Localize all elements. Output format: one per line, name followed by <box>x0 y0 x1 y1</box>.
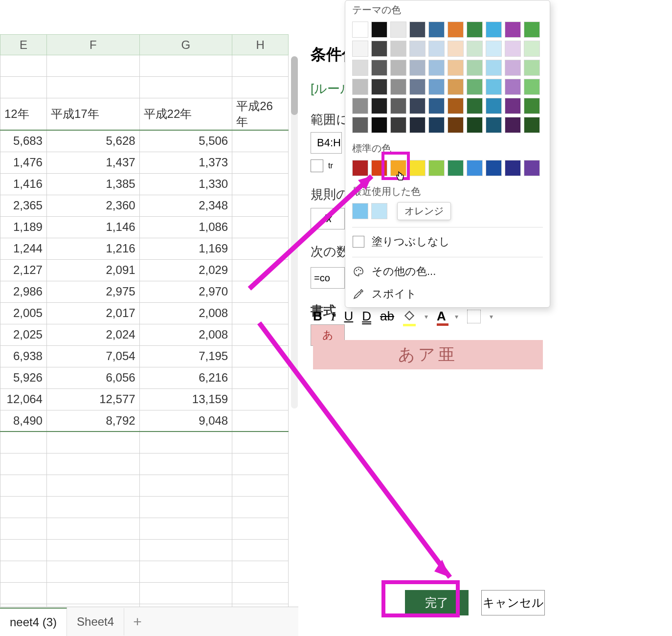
data-cell[interactable] <box>232 216 289 238</box>
data-cell[interactable]: 1,169 <box>139 238 232 259</box>
color-swatch[interactable] <box>371 117 387 133</box>
data-cell[interactable]: 2,008 <box>139 302 232 324</box>
color-swatch[interactable] <box>467 160 483 176</box>
color-swatch[interactable] <box>448 160 464 176</box>
color-swatch[interactable] <box>371 98 387 114</box>
color-swatch[interactable] <box>524 22 540 38</box>
data-cell[interactable]: 1,189 <box>0 216 47 238</box>
color-swatch[interactable] <box>448 79 464 95</box>
data-cell[interactable]: 2,091 <box>46 259 139 281</box>
color-swatch[interactable] <box>371 160 387 176</box>
color-swatch[interactable] <box>467 98 483 114</box>
color-swatch[interactable] <box>409 79 426 95</box>
color-swatch[interactable] <box>371 79 387 95</box>
data-cell[interactable]: 6,938 <box>0 345 47 367</box>
color-swatch[interactable] <box>409 98 426 114</box>
data-cell[interactable]: 2,127 <box>0 259 47 281</box>
data-cell[interactable]: 5,506 <box>139 130 232 152</box>
data-cell[interactable]: 2,005 <box>0 302 47 324</box>
data-cell[interactable]: 2,029 <box>139 259 232 281</box>
data-cell[interactable]: 2,986 <box>0 281 47 302</box>
data-cell[interactable]: 1,330 <box>139 173 232 195</box>
color-swatch[interactable] <box>352 79 368 95</box>
data-cell[interactable]: 1,244 <box>0 238 47 259</box>
fill-color-button[interactable] <box>403 308 416 324</box>
color-swatch[interactable] <box>352 117 368 133</box>
data-cell[interactable]: 1,216 <box>46 238 139 259</box>
data-cell[interactable] <box>232 345 289 367</box>
color-swatch[interactable] <box>505 60 521 76</box>
vertical-scrollbar-thumb[interactable] <box>291 56 298 115</box>
done-button[interactable]: 完了 <box>405 590 469 615</box>
color-swatch[interactable] <box>524 117 540 133</box>
color-swatch[interactable] <box>486 117 502 133</box>
color-swatch[interactable] <box>390 117 406 133</box>
bold-button[interactable]: B <box>313 309 322 324</box>
data-cell[interactable]: 1,146 <box>46 216 139 238</box>
color-swatch[interactable] <box>428 79 445 95</box>
data-cell[interactable] <box>232 238 289 259</box>
color-swatch[interactable] <box>486 79 502 95</box>
color-swatch[interactable] <box>467 60 483 76</box>
formula-input[interactable]: =co <box>311 267 345 289</box>
color-swatch[interactable] <box>428 60 445 76</box>
data-cell[interactable]: 6,056 <box>46 367 139 388</box>
color-swatch[interactable] <box>371 60 387 76</box>
data-cell[interactable]: 5,628 <box>46 130 139 152</box>
data-cell[interactable]: 9,048 <box>139 410 232 432</box>
color-swatch[interactable] <box>352 98 368 114</box>
color-swatch[interactable] <box>505 22 521 38</box>
data-cell[interactable]: 2,975 <box>46 281 139 302</box>
color-swatch[interactable] <box>524 98 540 114</box>
strikethrough-button[interactable]: ab <box>380 309 394 324</box>
color-swatch[interactable] <box>390 22 406 38</box>
color-swatch[interactable] <box>428 98 445 114</box>
double-underline-button[interactable]: D <box>362 309 371 324</box>
color-swatch[interactable] <box>505 79 521 95</box>
data-cell[interactable]: 8,490 <box>0 410 47 432</box>
color-swatch[interactable] <box>524 41 540 57</box>
color-swatch[interactable] <box>390 41 406 57</box>
color-swatch[interactable] <box>352 41 368 57</box>
more-colors-option[interactable]: その他の色... <box>352 257 543 279</box>
data-cell[interactable]: 2,360 <box>46 195 139 216</box>
color-swatch[interactable] <box>524 160 540 176</box>
color-swatch[interactable] <box>428 117 445 133</box>
color-swatch[interactable] <box>428 22 445 38</box>
data-cell[interactable]: 6,216 <box>139 367 232 388</box>
color-swatch[interactable] <box>486 22 502 38</box>
color-swatch[interactable] <box>409 41 426 57</box>
eyedropper-option[interactable]: スポイト <box>352 287 543 301</box>
add-sheet-button[interactable]: + <box>124 613 151 630</box>
data-cell[interactable]: 8,792 <box>46 410 139 432</box>
no-fill-option[interactable]: 塗りつぶしなし <box>352 227 543 249</box>
col-letter[interactable]: G <box>139 35 232 55</box>
sheet-tab[interactable]: Sheet4 <box>67 608 124 636</box>
color-swatch[interactable] <box>505 117 521 133</box>
data-cell[interactable] <box>232 388 289 410</box>
color-swatch[interactable] <box>467 22 483 38</box>
data-cell[interactable]: 1,385 <box>46 173 139 195</box>
data-cell[interactable] <box>232 410 289 432</box>
color-swatch[interactable] <box>486 98 502 114</box>
color-swatch[interactable] <box>505 98 521 114</box>
color-swatch[interactable] <box>448 41 464 57</box>
color-swatch[interactable] <box>448 60 464 76</box>
color-swatch[interactable] <box>352 60 368 76</box>
color-swatch[interactable] <box>390 160 406 176</box>
color-swatch[interactable] <box>524 79 540 95</box>
chevron-down-icon[interactable]: ▾ <box>490 313 493 320</box>
color-swatch[interactable] <box>505 160 521 176</box>
color-swatch[interactable] <box>371 203 387 219</box>
data-cell[interactable]: 1,437 <box>46 152 139 173</box>
color-swatch[interactable] <box>409 60 426 76</box>
color-swatch[interactable] <box>409 160 426 176</box>
data-cell[interactable]: 7,195 <box>139 345 232 367</box>
data-cell[interactable]: 12,577 <box>46 388 139 410</box>
border-button[interactable] <box>467 310 481 323</box>
color-swatch[interactable] <box>371 22 387 38</box>
sheet-tab[interactable]: neet4 (3) <box>0 608 67 636</box>
color-swatch[interactable] <box>448 117 464 133</box>
data-cell[interactable]: 1,476 <box>0 152 47 173</box>
color-swatch[interactable] <box>371 41 387 57</box>
